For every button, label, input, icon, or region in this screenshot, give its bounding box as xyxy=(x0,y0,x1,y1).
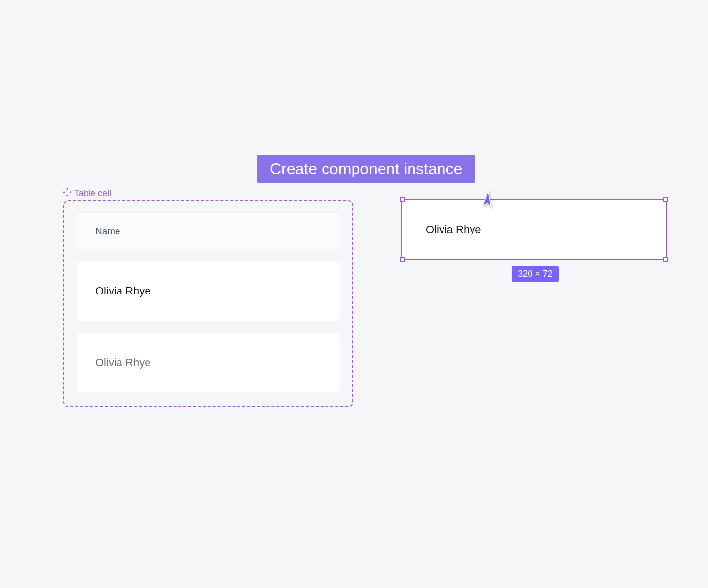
resize-handle-bl[interactable] xyxy=(400,257,405,262)
component-frame[interactable]: Name Olivia Rhye Olivia Rhye xyxy=(63,200,353,407)
instance-text: Olivia Rhye xyxy=(426,223,481,236)
instance-wrapper: Olivia Rhye 320 × 72 xyxy=(401,199,669,282)
component-instance[interactable]: Olivia Rhye xyxy=(401,199,667,260)
svg-rect-0 xyxy=(66,188,68,190)
variant-header-text: Name xyxy=(95,226,120,236)
variant-muted[interactable]: Olivia Rhye xyxy=(77,333,340,392)
variant-default[interactable]: Olivia Rhye xyxy=(77,262,340,321)
svg-rect-3 xyxy=(69,191,71,193)
component-icon xyxy=(63,188,71,199)
cursor-icon xyxy=(479,190,499,209)
resize-handle-tl[interactable] xyxy=(400,197,405,202)
resize-handle-tr[interactable] xyxy=(663,197,668,202)
component-label[interactable]: Table cell xyxy=(63,188,111,199)
svg-rect-1 xyxy=(66,194,68,196)
variant-muted-text: Olivia Rhye xyxy=(95,356,150,369)
size-badge: 320 × 72 xyxy=(512,266,559,282)
size-text: 320 × 72 xyxy=(518,269,553,279)
variant-default-text: Olivia Rhye xyxy=(95,285,150,297)
resize-handle-br[interactable] xyxy=(663,257,668,262)
tooltip-text: Create component instance xyxy=(270,160,462,177)
component-name: Table cell xyxy=(74,188,111,199)
tooltip-create-instance: Create component instance xyxy=(257,155,475,183)
svg-rect-2 xyxy=(63,191,65,193)
variant-header[interactable]: Name xyxy=(77,213,340,249)
